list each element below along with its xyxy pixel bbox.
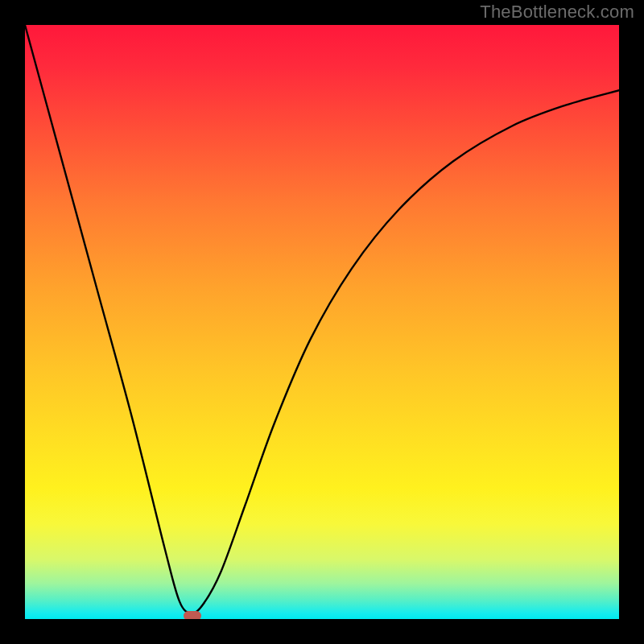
- watermark-label: TheBottleneck.com: [480, 2, 634, 23]
- minimum-marker: [184, 611, 201, 619]
- plot-area: [25, 25, 619, 619]
- bottleneck-curve: [25, 25, 619, 613]
- chart-frame: TheBottleneck.com: [0, 0, 644, 644]
- curve-svg: [25, 25, 619, 619]
